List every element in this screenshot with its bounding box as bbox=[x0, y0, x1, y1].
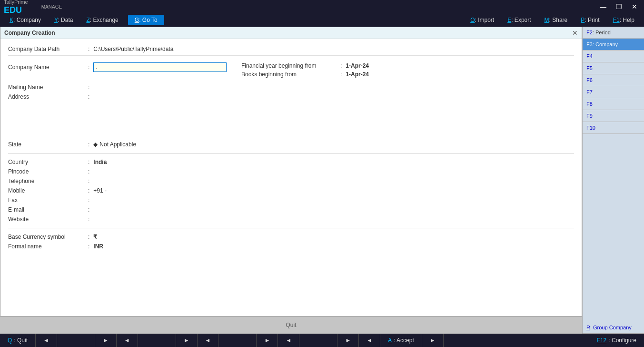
menu-company[interactable]: K: Company bbox=[4, 15, 47, 25]
data-path-value: C:\Users\Public\TallyPrime\data bbox=[93, 46, 173, 52]
form-window: Company Creation ✕ Company Data Path : C… bbox=[0, 27, 582, 316]
menu-import[interactable]: O: Import bbox=[465, 15, 500, 25]
f6-button[interactable]: F6 bbox=[583, 74, 644, 86]
minimize-button[interactable]: — bbox=[597, 2, 609, 11]
form-body: Company Data Path : C:\Users\Public\Tall… bbox=[0, 39, 582, 316]
books-beginning-label: Books beginning from bbox=[241, 71, 337, 78]
form-title-bar: Company Creation ✕ bbox=[0, 27, 582, 39]
financial-year-label: Financial year beginning from bbox=[241, 62, 337, 69]
state-diamond: ◆ bbox=[93, 141, 98, 148]
website-label: Website bbox=[8, 216, 84, 223]
mailing-name-label: Mailing Name bbox=[8, 84, 84, 91]
form-close-button[interactable]: ✕ bbox=[572, 29, 578, 37]
menu-print[interactable]: P: Print bbox=[575, 15, 605, 25]
pincode-row: Pincode : bbox=[8, 167, 574, 176]
app-branding: TallyPrime EDU bbox=[4, 0, 28, 15]
goto-button[interactable]: G: Go To bbox=[128, 15, 164, 25]
divider-2 bbox=[8, 228, 574, 228]
bottom-arrow-right-4[interactable]: ► bbox=[337, 334, 359, 347]
bottom-slot-4 bbox=[299, 334, 337, 347]
app-name: TallyPrime bbox=[4, 0, 28, 5]
formal-name-label: Formal name bbox=[8, 243, 84, 250]
bottom-bar: Q: Quit ◄ ► ◄ ► ◄ ► ◄ ► ◄ A: Accept ► F1… bbox=[0, 334, 644, 347]
app-title: EDU bbox=[4, 5, 28, 15]
menu-export[interactable]: E: Export bbox=[502, 15, 536, 25]
data-path-row: Company Data Path : C:\Users\Public\Tall… bbox=[8, 43, 574, 56]
f9-button[interactable]: F9 bbox=[583, 110, 644, 122]
bottom-slot-1 bbox=[57, 334, 95, 347]
bottom-arrow-left-1[interactable]: ◄ bbox=[36, 334, 57, 347]
base-currency-label: Base Currency symbol bbox=[8, 234, 84, 240]
country-row: Country : India bbox=[8, 157, 574, 167]
f4-button[interactable]: F4 bbox=[583, 51, 644, 62]
state-label: State bbox=[8, 141, 84, 148]
bottom-arrow-right-3[interactable]: ► bbox=[257, 334, 278, 347]
company-name-input[interactable] bbox=[93, 62, 227, 72]
telephone-label: Telephone bbox=[8, 178, 84, 184]
financial-section: Financial year beginning from : 1-Apr-24… bbox=[241, 62, 369, 80]
menu-exchange[interactable]: Z: Exchange bbox=[80, 15, 124, 25]
divider-1 bbox=[8, 153, 574, 153]
form-title: Company Creation bbox=[4, 30, 55, 36]
restore-button[interactable]: ❐ bbox=[613, 2, 625, 11]
f3-button[interactable]: F3: Company bbox=[583, 39, 644, 51]
financial-year-row: Financial year beginning from : 1-Apr-24 bbox=[241, 62, 369, 69]
bottom-arrow-left-2[interactable]: ◄ bbox=[117, 334, 138, 347]
title-bar-left: TallyPrime EDU MANAGE bbox=[4, 0, 62, 15]
manage-label: MANAGE bbox=[41, 4, 62, 10]
formal-name-row: Formal name : INR bbox=[8, 242, 574, 251]
quit-button[interactable]: Q: Quit bbox=[0, 334, 36, 347]
country-value: India bbox=[93, 159, 107, 165]
base-currency-value: ₹ bbox=[93, 234, 97, 240]
bottom-slot-2 bbox=[138, 334, 176, 347]
group-company-button[interactable]: R: Group Company bbox=[583, 322, 644, 334]
company-financial-row: Company Name : Financial year beginning … bbox=[8, 60, 574, 82]
mobile-value: +91 - bbox=[93, 187, 107, 194]
state-row: State : ◆ Not Applicable bbox=[8, 140, 574, 149]
mailing-name-row: Mailing Name : bbox=[8, 82, 574, 92]
address-label: Address bbox=[8, 93, 84, 100]
f12-configure-button[interactable]: F12: Configure bbox=[589, 334, 644, 347]
email-row: E-mail : bbox=[8, 205, 574, 214]
f5-button[interactable]: F5 bbox=[583, 62, 644, 74]
menu-help[interactable]: F1: Help bbox=[607, 15, 640, 25]
menu-bar: K: Company Y: Data Z: Exchange G: Go To … bbox=[0, 13, 644, 27]
quit-center-label[interactable]: Quit bbox=[286, 322, 296, 328]
f8-button[interactable]: F8 bbox=[583, 98, 644, 110]
country-label: Country bbox=[8, 159, 84, 165]
books-beginning-value: 1-Apr-24 bbox=[346, 71, 369, 78]
bottom-arrow-right-2[interactable]: ► bbox=[176, 334, 198, 347]
website-row: Website : bbox=[8, 214, 574, 224]
bottom-slot-3 bbox=[218, 334, 257, 347]
right-panel: F2: Period F3: Company F4 F5 F6 F7 F8 F9… bbox=[582, 27, 644, 334]
mobile-label: Mobile bbox=[8, 187, 84, 194]
f2-button[interactable]: F2: Period bbox=[583, 27, 644, 39]
f10-button[interactable]: F10 bbox=[583, 122, 644, 134]
books-beginning-row: Books beginning from : 1-Apr-24 bbox=[241, 71, 369, 78]
accept-arrow-left[interactable]: ◄ bbox=[359, 334, 380, 347]
fax-label: Fax bbox=[8, 197, 84, 204]
email-label: E-mail bbox=[8, 206, 84, 213]
bottom-arrow-left-3[interactable]: ◄ bbox=[198, 334, 219, 347]
data-path-label: Company Data Path bbox=[8, 46, 84, 52]
state-value: Not Applicable bbox=[99, 141, 136, 148]
menu-data[interactable]: Y: Data bbox=[49, 15, 79, 25]
menu-share[interactable]: M: Share bbox=[539, 15, 574, 25]
base-currency-row: Base Currency symbol : ₹ bbox=[8, 232, 574, 242]
close-button[interactable]: ✕ bbox=[629, 2, 640, 11]
financial-year-value: 1-Apr-24 bbox=[346, 62, 369, 69]
title-bar-controls: — ❐ ✕ bbox=[597, 2, 640, 11]
accept-button[interactable]: A: Accept bbox=[380, 334, 422, 347]
formal-name-value: INR bbox=[93, 243, 103, 250]
telephone-row: Telephone : bbox=[8, 176, 574, 186]
title-bar: TallyPrime EDU MANAGE — ❐ ✕ bbox=[0, 0, 644, 13]
accept-arrow-right[interactable]: ► bbox=[422, 334, 444, 347]
address-row: Address : bbox=[8, 92, 574, 102]
data-path-sep: : bbox=[84, 46, 93, 52]
company-name-label: Company Name bbox=[8, 64, 84, 71]
f7-button[interactable]: F7 bbox=[583, 86, 644, 98]
bottom-arrow-right-1[interactable]: ► bbox=[95, 334, 117, 347]
pincode-label: Pincode bbox=[8, 168, 84, 175]
bottom-arrow-left-4[interactable]: ◄ bbox=[278, 334, 299, 347]
fax-row: Fax : bbox=[8, 195, 574, 205]
